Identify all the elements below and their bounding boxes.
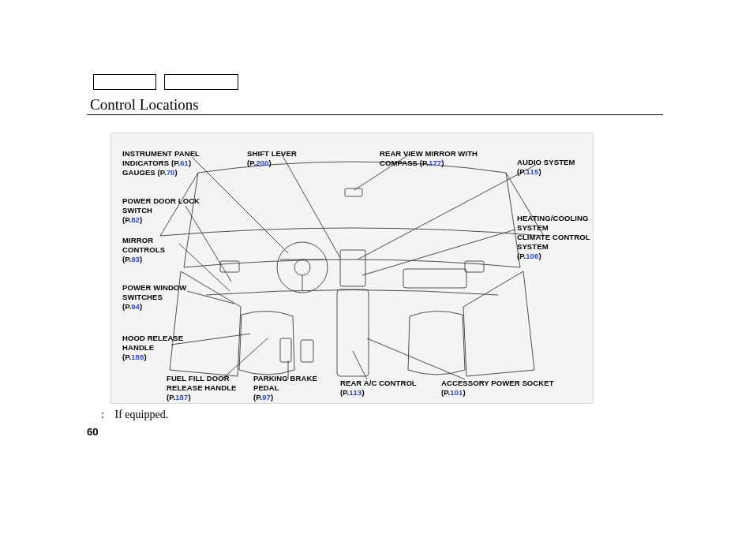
page-link-61[interactable]: 61 <box>180 159 189 167</box>
page-title: Control Locations <box>90 96 199 114</box>
label-text: CLIMATE CONTROL <box>517 233 590 241</box>
title-rule <box>87 114 663 115</box>
svg-rect-8 <box>280 338 291 362</box>
label-accessory-socket: ACCESSORY POWER SOCKET (P.101) <box>441 379 554 398</box>
svg-rect-0 <box>337 289 369 376</box>
label-text: SWITCH <box>122 206 152 215</box>
label-text: SHIFT LEVER <box>247 149 297 158</box>
svg-rect-4 <box>345 189 362 196</box>
page-link-177[interactable]: 177 <box>429 159 441 167</box>
page-link-113[interactable]: 113 <box>349 388 362 397</box>
svg-line-21 <box>358 165 536 259</box>
label-text: COMPASS <box>380 159 418 167</box>
page-link-101[interactable]: 101 <box>450 388 463 397</box>
page-link-97[interactable]: 97 <box>262 393 271 401</box>
label-shift-lever: SHIFT LEVER (P.200) <box>247 149 297 168</box>
header-box-2 <box>164 74 238 90</box>
label-text: REAR A/C CONTROL <box>340 379 417 387</box>
label-rear-view-mirror: REAR VIEW MIRROR WITH COMPASS (P.177) <box>380 149 478 168</box>
page-link-187[interactable]: 187 <box>175 393 188 401</box>
label-text: FUEL FILL DOOR <box>167 374 230 383</box>
dashboard-figure: INSTRUMENT PANEL INDICATORS (P.61) GAUGE… <box>111 133 594 404</box>
label-text: ACCESSORY POWER SOCKET <box>441 379 554 387</box>
label-text: PARKING BRAKE <box>253 374 317 383</box>
svg-line-18 <box>367 338 465 379</box>
label-power-window: POWER WINDOW SWITCHES (P.94) <box>122 283 186 312</box>
page-link-94[interactable]: 94 <box>131 302 140 311</box>
label-text: HOOD RELEASE <box>122 334 183 342</box>
page-link-188[interactable]: 188 <box>131 353 144 361</box>
page-link-200[interactable]: 200 <box>256 159 268 167</box>
svg-point-2 <box>277 242 328 293</box>
svg-line-17 <box>353 351 367 379</box>
label-power-door-lock: POWER DOOR LOCK SWITCH (P.82) <box>122 196 200 225</box>
svg-rect-1 <box>340 250 365 286</box>
label-instrument-panel: INSTRUMENT PANEL INDICATORS (P.61) GAUGE… <box>122 149 200 177</box>
label-text: AUDIO SYSTEM <box>517 158 575 166</box>
label-text: POWER DOOR LOCK <box>122 196 200 205</box>
label-rear-ac: REAR A/C CONTROL (P.113) <box>340 379 417 398</box>
svg-rect-9 <box>301 340 313 362</box>
svg-line-10 <box>192 157 288 253</box>
svg-rect-5 <box>220 261 239 272</box>
page-link-70[interactable]: 70 <box>167 168 175 177</box>
label-text: MIRROR <box>122 236 153 245</box>
label-text: RELEASE HANDLE <box>167 383 237 392</box>
label-fuel-fill: FUEL FILL DOOR RELEASE HANDLE (P.187) <box>167 374 237 402</box>
svg-line-22 <box>362 230 515 275</box>
label-text: POWER WINDOW <box>122 283 186 292</box>
label-text: PEDAL <box>253 383 279 392</box>
svg-line-19 <box>281 153 340 258</box>
label-text: INSTRUMENT PANEL <box>122 149 200 158</box>
label-text: SWITCHES <box>122 293 163 301</box>
svg-line-12 <box>179 244 230 291</box>
page-link-93[interactable]: 93 <box>131 255 140 263</box>
label-text: HEATING/COOLING <box>517 214 589 222</box>
label-text: SYSTEM <box>517 223 549 232</box>
page-number: 60 <box>87 426 98 438</box>
page-link-106[interactable]: 106 <box>526 252 538 260</box>
footnote-marker: : <box>101 409 112 421</box>
footnote: : If equipped. <box>101 409 168 421</box>
label-parking-brake: PARKING BRAKE PEDAL (P.97) <box>253 374 317 402</box>
page-link-115[interactable]: 115 <box>526 167 538 176</box>
svg-line-13 <box>187 291 234 304</box>
svg-rect-6 <box>465 261 484 272</box>
label-text: SYSTEM <box>517 242 549 251</box>
label-hood-release: HOOD RELEASE HANDLE (P.188) <box>122 334 183 362</box>
header-box-1 <box>93 74 156 90</box>
label-audio-system: AUDIO SYSTEM (P.115) <box>517 158 575 177</box>
label-text: HANDLE <box>122 343 154 352</box>
svg-rect-7 <box>403 269 466 288</box>
label-heating-cooling: HEATING/COOLING SYSTEM CLIMATE CONTROL S… <box>517 214 590 260</box>
label-text: CONTROLS <box>122 245 165 254</box>
page-link-82[interactable]: 82 <box>131 215 140 224</box>
label-mirror-controls: MIRROR CONTROLS (P.93) <box>122 236 165 264</box>
footnote-text: If equipped. <box>115 409 169 420</box>
label-text: REAR VIEW MIRROR WITH <box>380 149 478 158</box>
page: Control Locations <box>0 0 753 560</box>
svg-point-3 <box>294 259 310 275</box>
